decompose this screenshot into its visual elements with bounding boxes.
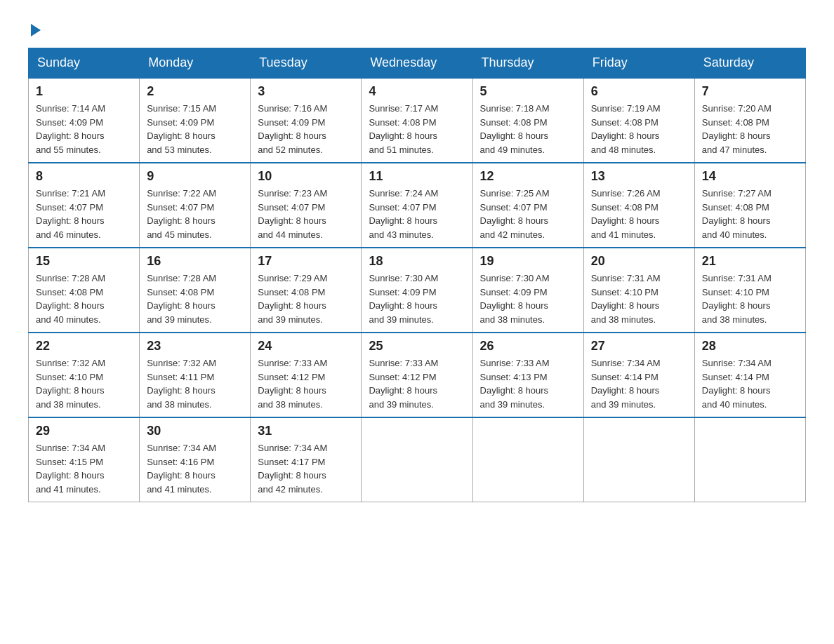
day-info: Sunrise: 7:31 AMSunset: 4:10 PMDaylight:… [702,271,798,326]
calendar-cell: 11Sunrise: 7:24 AMSunset: 4:07 PMDayligh… [362,163,472,248]
calendar-cell: 5Sunrise: 7:18 AMSunset: 4:08 PMDaylight… [472,78,583,163]
day-number: 5 [480,84,576,99]
day-info: Sunrise: 7:19 AMSunset: 4:08 PMDaylight:… [591,102,687,156]
week-row-5: 29Sunrise: 7:34 AMSunset: 4:15 PMDayligh… [29,417,806,502]
week-row-1: 1Sunrise: 7:14 AMSunset: 4:09 PMDaylight… [29,78,806,163]
day-info: Sunrise: 7:31 AMSunset: 4:10 PMDaylight:… [591,271,687,326]
day-number: 19 [480,254,576,269]
day-number: 26 [480,339,576,354]
calendar-cell [362,417,472,502]
day-number: 21 [702,254,798,269]
day-number: 30 [147,424,243,438]
day-number: 6 [591,84,687,99]
logo-arrow-icon [31,24,41,36]
day-number: 16 [147,254,243,269]
calendar-cell [694,417,805,502]
calendar-cell: 9Sunrise: 7:22 AMSunset: 4:07 PMDaylight… [140,163,251,248]
calendar-header-row: SundayMondayTuesdayWednesdayThursdayFrid… [29,48,806,79]
column-header-thursday: Thursday [472,48,583,79]
day-info: Sunrise: 7:27 AMSunset: 4:08 PMDaylight:… [702,187,798,241]
day-info: Sunrise: 7:33 AMSunset: 4:12 PMDaylight:… [258,356,354,411]
calendar-cell: 13Sunrise: 7:26 AMSunset: 4:08 PMDayligh… [583,163,694,248]
day-number: 2 [147,84,243,99]
day-info: Sunrise: 7:30 AMSunset: 4:09 PMDaylight:… [480,271,576,326]
week-row-3: 15Sunrise: 7:28 AMSunset: 4:08 PMDayligh… [29,248,806,333]
day-info: Sunrise: 7:34 AMSunset: 4:14 PMDaylight:… [702,356,798,411]
day-number: 8 [36,169,132,184]
day-number: 18 [369,254,465,269]
calendar-cell: 20Sunrise: 7:31 AMSunset: 4:10 PMDayligh… [583,248,694,333]
calendar-cell: 26Sunrise: 7:33 AMSunset: 4:13 PMDayligh… [472,333,583,417]
day-number: 23 [147,339,243,354]
day-info: Sunrise: 7:33 AMSunset: 4:12 PMDaylight:… [369,356,465,411]
calendar-cell: 18Sunrise: 7:30 AMSunset: 4:09 PMDayligh… [362,248,472,333]
calendar-cell: 25Sunrise: 7:33 AMSunset: 4:12 PMDayligh… [362,333,472,417]
day-info: Sunrise: 7:16 AMSunset: 4:09 PMDaylight:… [258,102,354,156]
calendar-cell: 21Sunrise: 7:31 AMSunset: 4:10 PMDayligh… [694,248,805,333]
column-header-tuesday: Tuesday [251,48,362,79]
column-header-monday: Monday [140,48,251,79]
day-info: Sunrise: 7:28 AMSunset: 4:08 PMDaylight:… [147,271,243,326]
day-number: 7 [702,84,798,99]
logo [28,21,41,34]
calendar-cell [583,417,694,502]
day-number: 13 [591,169,687,184]
day-info: Sunrise: 7:23 AMSunset: 4:07 PMDaylight:… [258,187,354,241]
day-info: Sunrise: 7:22 AMSunset: 4:07 PMDaylight:… [147,187,243,241]
day-number: 14 [702,169,798,184]
calendar-cell: 23Sunrise: 7:32 AMSunset: 4:11 PMDayligh… [140,333,251,417]
column-header-friday: Friday [583,48,694,79]
calendar-cell: 17Sunrise: 7:29 AMSunset: 4:08 PMDayligh… [251,248,362,333]
day-number: 10 [258,169,354,184]
day-number: 22 [36,339,132,354]
calendar-cell: 30Sunrise: 7:34 AMSunset: 4:16 PMDayligh… [140,417,251,502]
calendar-cell: 29Sunrise: 7:34 AMSunset: 4:15 PMDayligh… [29,417,140,502]
column-header-saturday: Saturday [694,48,805,79]
calendar-cell: 19Sunrise: 7:30 AMSunset: 4:09 PMDayligh… [472,248,583,333]
calendar-cell: 24Sunrise: 7:33 AMSunset: 4:12 PMDayligh… [251,333,362,417]
day-info: Sunrise: 7:34 AMSunset: 4:15 PMDaylight:… [36,441,132,496]
day-info: Sunrise: 7:21 AMSunset: 4:07 PMDaylight:… [36,187,132,241]
day-number: 15 [36,254,132,269]
calendar-cell: 1Sunrise: 7:14 AMSunset: 4:09 PMDaylight… [29,78,140,163]
calendar-cell: 28Sunrise: 7:34 AMSunset: 4:14 PMDayligh… [694,333,805,417]
calendar-cell: 14Sunrise: 7:27 AMSunset: 4:08 PMDayligh… [694,163,805,248]
calendar-cell: 22Sunrise: 7:32 AMSunset: 4:10 PMDayligh… [29,333,140,417]
page-header [28,21,806,34]
day-info: Sunrise: 7:18 AMSunset: 4:08 PMDaylight:… [480,102,576,156]
day-info: Sunrise: 7:26 AMSunset: 4:08 PMDaylight:… [591,187,687,241]
calendar-cell: 2Sunrise: 7:15 AMSunset: 4:09 PMDaylight… [140,78,251,163]
day-number: 24 [258,339,354,354]
day-info: Sunrise: 7:24 AMSunset: 4:07 PMDaylight:… [369,187,465,241]
day-info: Sunrise: 7:15 AMSunset: 4:09 PMDaylight:… [147,102,243,156]
day-number: 3 [258,84,354,99]
week-row-2: 8Sunrise: 7:21 AMSunset: 4:07 PMDaylight… [29,163,806,248]
calendar-cell: 27Sunrise: 7:34 AMSunset: 4:14 PMDayligh… [583,333,694,417]
day-number: 12 [480,169,576,184]
day-info: Sunrise: 7:32 AMSunset: 4:11 PMDaylight:… [147,356,243,411]
day-info: Sunrise: 7:20 AMSunset: 4:08 PMDaylight:… [702,102,798,156]
day-number: 4 [369,84,465,99]
day-number: 29 [36,424,132,438]
calendar-cell: 4Sunrise: 7:17 AMSunset: 4:08 PMDaylight… [362,78,472,163]
day-number: 17 [258,254,354,269]
day-info: Sunrise: 7:28 AMSunset: 4:08 PMDaylight:… [36,271,132,326]
calendar-cell: 12Sunrise: 7:25 AMSunset: 4:07 PMDayligh… [472,163,583,248]
day-info: Sunrise: 7:32 AMSunset: 4:10 PMDaylight:… [36,356,132,411]
day-info: Sunrise: 7:17 AMSunset: 4:08 PMDaylight:… [369,102,465,156]
week-row-4: 22Sunrise: 7:32 AMSunset: 4:10 PMDayligh… [29,333,806,417]
calendar-cell: 15Sunrise: 7:28 AMSunset: 4:08 PMDayligh… [29,248,140,333]
day-number: 27 [591,339,687,354]
column-header-wednesday: Wednesday [362,48,472,79]
day-info: Sunrise: 7:29 AMSunset: 4:08 PMDaylight:… [258,271,354,326]
calendar-cell: 6Sunrise: 7:19 AMSunset: 4:08 PMDaylight… [583,78,694,163]
day-number: 1 [36,84,132,99]
day-info: Sunrise: 7:34 AMSunset: 4:17 PMDaylight:… [258,441,354,496]
day-info: Sunrise: 7:30 AMSunset: 4:09 PMDaylight:… [369,271,465,326]
calendar-table: SundayMondayTuesdayWednesdayThursdayFrid… [28,48,806,502]
calendar-cell: 10Sunrise: 7:23 AMSunset: 4:07 PMDayligh… [251,163,362,248]
day-info: Sunrise: 7:34 AMSunset: 4:16 PMDaylight:… [147,441,243,496]
day-info: Sunrise: 7:25 AMSunset: 4:07 PMDaylight:… [480,187,576,241]
calendar-cell [472,417,583,502]
calendar-cell: 16Sunrise: 7:28 AMSunset: 4:08 PMDayligh… [140,248,251,333]
